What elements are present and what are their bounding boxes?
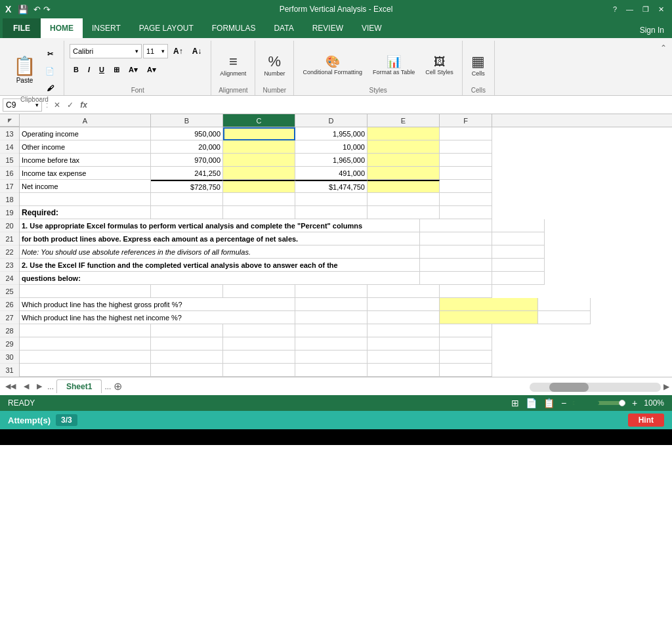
cell-b19[interactable]	[151, 206, 223, 219]
cell-b28[interactable]	[151, 324, 223, 337]
row-num-24[interactable]: 24	[0, 272, 19, 285]
italic-button[interactable]: I	[84, 62, 94, 77]
cell-b14[interactable]: 20,000	[151, 140, 223, 154]
cell-b16[interactable]: 241,250	[151, 167, 223, 180]
cell-c18[interactable]	[223, 193, 295, 206]
row-num-30[interactable]: 30	[0, 351, 19, 364]
cell-styles-button[interactable]: 🖼 Cell Styles	[422, 47, 457, 83]
font-color-button[interactable]: A▾	[143, 62, 160, 77]
row-num-15[interactable]: 15	[0, 154, 19, 167]
redo-icon[interactable]: ↷	[43, 5, 51, 14]
cell-f17[interactable]	[440, 180, 492, 193]
cell-e30[interactable]	[368, 351, 440, 364]
col-header-f[interactable]: F	[440, 114, 492, 127]
cell-b25[interactable]	[151, 285, 223, 298]
cell-b17[interactable]: $728,750	[151, 180, 223, 193]
cell-f20[interactable]	[492, 219, 545, 232]
cell-c26[interactable]	[295, 298, 368, 311]
cell-e18[interactable]	[368, 193, 440, 206]
cell-a22[interactable]: Note: You should use absolute references…	[20, 245, 420, 259]
cell-a27[interactable]: Which product line has the highest net i…	[20, 311, 295, 324]
cell-d15[interactable]: 1,965,000	[295, 154, 368, 167]
cell-d18[interactable]	[295, 193, 368, 206]
format-painter-button[interactable]: 🖌	[41, 80, 58, 96]
increase-font-button[interactable]: A↑	[169, 43, 187, 59]
cell-f23[interactable]	[492, 259, 545, 272]
cell-e20[interactable]	[420, 219, 492, 232]
cell-b31[interactable]	[151, 364, 223, 377]
confirm-icon[interactable]: ✓	[65, 100, 75, 110]
cells-button[interactable]: ▦ Cells	[468, 47, 489, 83]
cell-e23[interactable]	[420, 259, 492, 272]
col-header-d[interactable]: D	[295, 114, 368, 127]
tab-home[interactable]: HOME	[41, 18, 83, 38]
cell-a25[interactable]	[20, 285, 151, 298]
cell-b15[interactable]: 970,000	[151, 154, 223, 167]
cell-e16[interactable]	[368, 167, 440, 180]
cell-a17[interactable]: Net income	[20, 180, 151, 193]
format-as-table-button[interactable]: 📊 Format as Table	[369, 47, 418, 83]
add-sheet-button[interactable]: ⊕	[114, 380, 122, 393]
fx-icon[interactable]: fx	[78, 100, 89, 110]
cell-a14[interactable]: Other income	[20, 140, 151, 154]
tab-formulas[interactable]: FORMULAS	[203, 18, 265, 38]
cell-a30[interactable]	[20, 351, 151, 364]
cell-f15[interactable]	[440, 154, 492, 167]
number-button[interactable]: % Number	[261, 47, 288, 83]
cell-a20[interactable]: 1. Use appropriate Excel formulas to per…	[20, 219, 420, 232]
cell-f22[interactable]	[492, 245, 545, 259]
cell-e24[interactable]	[420, 272, 492, 285]
row-num-28[interactable]: 28	[0, 324, 19, 337]
cell-f14[interactable]	[440, 140, 492, 154]
help-button[interactable]: ?	[610, 4, 620, 14]
scroll-right-button[interactable]: ▶	[663, 381, 669, 392]
row-num-17[interactable]: 17	[0, 180, 19, 193]
row-num-18[interactable]: 18	[0, 193, 19, 206]
cell-e27[interactable]	[440, 311, 538, 324]
cell-d17[interactable]: $1,474,750	[295, 180, 368, 193]
ribbon-expand-icon[interactable]: ⌃	[660, 43, 667, 53]
cell-e13[interactable]	[368, 127, 440, 140]
bold-button[interactable]: B	[70, 62, 83, 77]
cell-a16[interactable]: Income tax expense	[20, 167, 151, 180]
cell-d28[interactable]	[295, 324, 368, 337]
paste-button[interactable]: 📋 Paste	[10, 53, 39, 87]
cell-d25[interactable]	[295, 285, 368, 298]
page-layout-icon[interactable]: 📄	[526, 398, 537, 408]
sign-in-button[interactable]: Sign In	[632, 22, 672, 38]
row-num-31[interactable]: 31	[0, 364, 19, 377]
row-num-14[interactable]: 14	[0, 140, 19, 154]
zoom-slider[interactable]	[573, 401, 625, 405]
cell-f26[interactable]	[538, 298, 591, 311]
cell-d29[interactable]	[295, 337, 368, 351]
cell-a21[interactable]: for both product lines above. Express ea…	[20, 232, 420, 245]
col-header-c[interactable]: C	[223, 114, 295, 127]
cell-a13[interactable]: Operating income	[20, 127, 151, 140]
close-button[interactable]: ✕	[656, 4, 667, 15]
cell-f29[interactable]	[440, 337, 492, 351]
tab-view[interactable]: VIEW	[352, 18, 391, 38]
cell-d13[interactable]: 1,955,000	[295, 127, 368, 140]
cell-e21[interactable]	[420, 232, 492, 245]
col-header-e[interactable]: E	[368, 114, 440, 127]
cell-c28[interactable]	[223, 324, 295, 337]
cell-ref-dropdown-icon[interactable]: ▾	[35, 102, 39, 108]
cell-d30[interactable]	[295, 351, 368, 364]
font-size-dropdown[interactable]: 11 ▾	[143, 44, 168, 58]
sheet-nav-prev[interactable]: ◀	[21, 381, 32, 392]
cell-a31[interactable]	[20, 364, 151, 377]
cell-e28[interactable]	[368, 324, 440, 337]
row-num-22[interactable]: 22	[0, 245, 19, 259]
tab-insert[interactable]: INSERT	[83, 18, 130, 38]
tab-review[interactable]: REVIEW	[303, 18, 352, 38]
cell-d27[interactable]	[368, 311, 440, 324]
cell-e31[interactable]	[368, 364, 440, 377]
cell-f25[interactable]	[440, 285, 492, 298]
underline-button[interactable]: U	[95, 62, 108, 77]
row-num-19[interactable]: 19	[0, 206, 19, 219]
sheet-nav-first[interactable]: ◀◀	[3, 381, 18, 392]
cell-a23[interactable]: 2. Use the Excel IF function and the com…	[20, 259, 420, 272]
cell-e14[interactable]	[368, 140, 440, 154]
cell-c31[interactable]	[223, 364, 295, 377]
cancel-icon[interactable]: ✕	[52, 100, 62, 110]
